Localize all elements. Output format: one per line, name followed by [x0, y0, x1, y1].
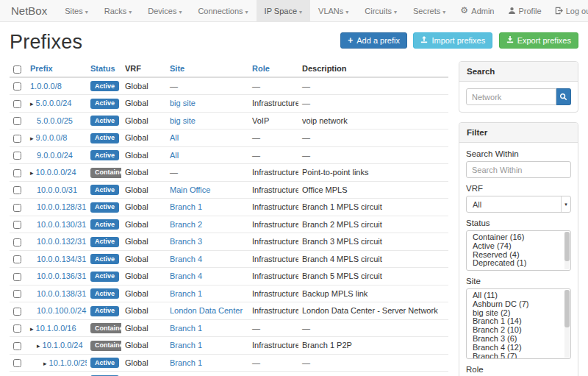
row-checkbox[interactable] — [13, 238, 21, 246]
scrollbar-thumb[interactable] — [564, 232, 570, 261]
prefix-link[interactable]: 10.1.0.0/24 — [43, 341, 83, 350]
sort-link-status[interactable]: Status — [90, 64, 115, 73]
table-row: 9.0.0.0/24ActiveGlobalAll—— — [10, 146, 448, 164]
listbox-option[interactable]: Branch 4 (12) — [473, 344, 563, 352]
prefix-link[interactable]: 5.0.0.0/24 — [36, 99, 72, 107]
vrf-cell: Global — [121, 319, 166, 337]
row-checkbox[interactable] — [13, 308, 21, 316]
row-checkbox[interactable] — [13, 342, 21, 350]
site-cell: Branch 3 — [166, 233, 248, 251]
prefix-cell: ▸5.0.0.0/24 — [26, 95, 87, 113]
status-listbox[interactable]: Container (16)Active (74)Reserved (4)Dep… — [466, 230, 571, 271]
search-within-input[interactable] — [466, 161, 571, 178]
nav-item-ip-space[interactable]: IP Space▾ — [257, 0, 310, 21]
table-row: 10.0.0.128/31ActiveGlobalBranch 1Infrast… — [10, 199, 448, 216]
sort-link-role[interactable]: Role — [252, 64, 270, 73]
site-link[interactable]: big site — [170, 99, 196, 107]
prefix-link[interactable]: 10.0.0.0/31 — [37, 185, 77, 194]
select-all-checkbox[interactable] — [13, 65, 21, 74]
row-checkbox[interactable] — [13, 100, 21, 108]
prefix-link[interactable]: 1.0.0.0/8 — [30, 82, 62, 91]
prefix-link[interactable]: 10.0.0.130/31 — [37, 220, 86, 229]
listbox-option[interactable]: Branch 5 (7) — [473, 352, 563, 359]
row-checkbox[interactable] — [13, 82, 21, 91]
row-checkbox[interactable] — [13, 152, 21, 160]
nav-item-vlans[interactable]: VLANs▾ — [310, 0, 356, 21]
row-checkbox[interactable] — [13, 290, 21, 298]
row-checkbox[interactable] — [13, 117, 21, 125]
scrollbar-thumb[interactable] — [564, 290, 570, 327]
listbox-option[interactable]: Ashburn DC (7) — [473, 300, 563, 309]
add-prefix-button[interactable]: + Add a prefix — [340, 32, 407, 49]
prefix-link[interactable]: 5.0.0.0/25 — [37, 116, 73, 125]
description-cell: Branch 1 P2P — [298, 337, 448, 355]
site-link[interactable]: Branch 4 — [170, 272, 202, 280]
nav-item-circuits[interactable]: Circuits▾ — [356, 0, 405, 21]
nav-item-secrets[interactable]: Secrets▾ — [405, 0, 453, 21]
brand[interactable]: NetBox — [0, 0, 57, 21]
nav-item-racks[interactable]: Racks▾ — [96, 0, 140, 21]
site-link[interactable]: All — [170, 133, 179, 142]
nav-item-admin[interactable]: ⚙Admin — [453, 0, 501, 21]
prefix-link[interactable]: 10.0.0.128/31 — [37, 202, 86, 211]
listbox-option[interactable]: Active (74) — [473, 242, 563, 251]
site-listbox[interactable]: All (11)Ashburn DC (7)big site (2)Branch… — [466, 288, 571, 359]
listbox-option[interactable]: Branch 3 (6) — [473, 335, 563, 344]
site-link[interactable]: Branch 2 — [170, 220, 202, 229]
prefix-link[interactable]: 10.0.0.134/31 — [37, 255, 86, 263]
row-checkbox[interactable] — [13, 255, 21, 263]
vrf-select[interactable]: All ▾ — [466, 196, 571, 213]
prefix-link[interactable]: 9.0.0.0/24 — [37, 151, 73, 160]
sort-link-prefix[interactable]: Prefix — [30, 64, 53, 73]
row-checkbox[interactable] — [13, 324, 21, 333]
prefix-link[interactable]: 10.0.0.138/31 — [37, 289, 86, 298]
row-checkbox[interactable] — [13, 186, 21, 194]
vrf-cell: Global — [121, 164, 166, 182]
site-link[interactable]: Branch 1 — [170, 324, 202, 333]
site-link[interactable]: London Data Center — [170, 306, 243, 315]
search-button[interactable] — [556, 88, 572, 105]
row-checkbox-cell — [10, 216, 26, 233]
site-link[interactable]: Branch 1 — [170, 289, 202, 298]
prefix-link[interactable]: 10.0.0.0/24 — [36, 168, 76, 177]
site-link[interactable]: Branch 3 — [170, 237, 202, 246]
nav-item-log-out[interactable]: Log out — [548, 0, 588, 21]
prefix-cell: 10.0.0.0/31 — [26, 181, 87, 199]
row-checkbox[interactable] — [13, 359, 21, 367]
site-link[interactable]: Main Office — [170, 185, 210, 194]
nav-item-devices[interactable]: Devices▾ — [140, 0, 190, 21]
chevron-down-icon: ▾ — [179, 9, 182, 15]
site-link[interactable]: All — [170, 151, 179, 160]
row-checkbox-cell — [10, 199, 26, 216]
listbox-option[interactable]: Deprecated (1) — [473, 259, 563, 268]
status-cell: Active — [87, 285, 121, 302]
nav-item-connections[interactable]: Connections▾ — [190, 0, 256, 21]
prefix-link[interactable]: 9.0.0.0/8 — [36, 133, 68, 142]
prefix-link[interactable]: 10.0.100.0/24 — [37, 306, 86, 315]
empty-value: — — [302, 151, 310, 160]
row-checkbox[interactable] — [13, 169, 21, 177]
prefix-link[interactable]: 10.1.0.0/16 — [36, 324, 76, 333]
nav-item-profile[interactable]: Profile — [501, 0, 548, 21]
site-link[interactable]: Branch 4 — [170, 255, 202, 263]
export-prefixes-button[interactable]: Export prefixes — [499, 32, 578, 49]
row-checkbox[interactable] — [13, 221, 21, 229]
description-cell: Point-to-point links — [298, 164, 448, 182]
import-prefixes-button[interactable]: Import prefixes — [413, 32, 492, 49]
row-checkbox[interactable] — [13, 204, 21, 212]
row-checkbox-cell — [10, 95, 26, 113]
search-input[interactable] — [466, 88, 556, 105]
prefix-link[interactable]: 10.0.0.136/31 — [37, 272, 86, 280]
sort-link-site[interactable]: Site — [170, 64, 184, 73]
row-checkbox[interactable] — [13, 135, 21, 143]
row-checkbox[interactable] — [13, 273, 21, 281]
site-link[interactable]: big site — [170, 116, 196, 125]
site-link[interactable]: Branch 1 — [170, 341, 202, 350]
prefix-cell: 10.0.0.128/31 — [26, 199, 87, 216]
site-link[interactable]: Branch 1 — [170, 202, 202, 211]
site-link[interactable]: Branch 1 — [170, 358, 202, 367]
prefix-link[interactable]: 10.0.0.132/31 — [37, 237, 86, 246]
status-badge: Active — [90, 185, 119, 195]
prefix-link[interactable]: 10.1.0.0/25 — [49, 358, 87, 367]
nav-item-sites[interactable]: Sites▾ — [57, 0, 96, 21]
